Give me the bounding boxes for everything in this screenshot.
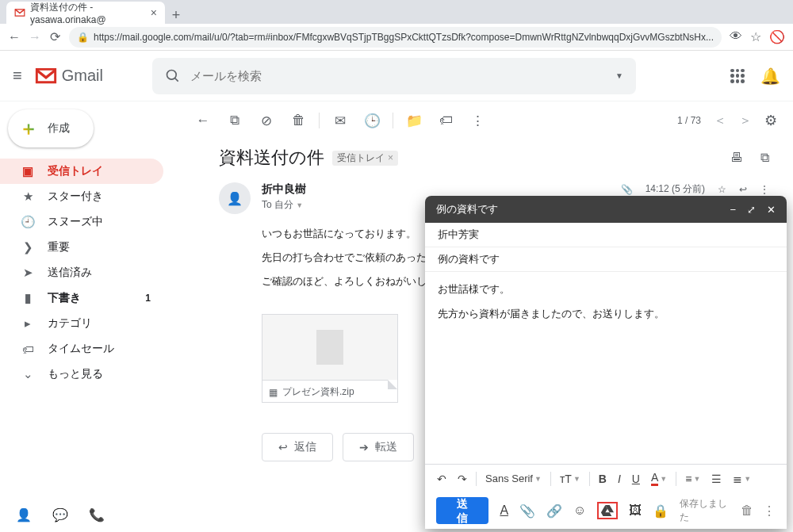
next-page-icon[interactable]: ＞ bbox=[739, 113, 752, 129]
star-icon[interactable]: ☆ bbox=[750, 29, 761, 44]
svg-point-0 bbox=[167, 70, 176, 79]
underline-icon[interactable]: U bbox=[628, 471, 644, 487]
sidebar-item-starred[interactable]: ★スター付き bbox=[0, 184, 163, 209]
search-input[interactable] bbox=[190, 69, 606, 82]
confidential-icon[interactable]: 🔒 bbox=[653, 503, 668, 519]
sidebar-item-more[interactable]: ⌄もっと見る bbox=[0, 362, 163, 387]
forward-button[interactable]: ➔転送 bbox=[343, 433, 414, 461]
reply-icon[interactable]: ↩ bbox=[739, 184, 747, 195]
contacts-icon[interactable]: 👤 bbox=[16, 507, 32, 522]
link-icon[interactable]: 🔗 bbox=[546, 503, 562, 519]
eye-icon[interactable]: 👁 bbox=[730, 29, 742, 44]
sidebar-item-inbox[interactable]: ▣受信トレイ bbox=[0, 159, 163, 184]
mark-unread-icon[interactable]: ✉ bbox=[324, 113, 356, 129]
compose-body[interactable]: お世話様です。 先方から資料が届きましたので、お送りします。 bbox=[425, 272, 787, 464]
back-button[interactable]: ← bbox=[8, 30, 21, 44]
compose-titlebar[interactable]: 例の資料です − ⤢ ✕ bbox=[425, 196, 787, 223]
compose-subject-field[interactable]: 例の資料です bbox=[425, 247, 787, 272]
attach-icon[interactable]: 📎 bbox=[519, 503, 535, 519]
insert-drive-icon[interactable] bbox=[597, 502, 618, 519]
prev-page-icon[interactable]: ＜ bbox=[714, 113, 726, 129]
svg-line-1 bbox=[174, 78, 178, 81]
compose-more-icon[interactable]: ⋮ bbox=[763, 503, 776, 519]
compose-label: 作成 bbox=[48, 121, 70, 136]
bold-icon[interactable]: B bbox=[595, 471, 611, 487]
notifications-icon[interactable]: 🔔 bbox=[760, 67, 780, 86]
reply-button[interactable]: ↩返信 bbox=[262, 433, 333, 461]
mail-subject: 資料送付の件 bbox=[219, 146, 324, 170]
star-icon: ★ bbox=[21, 189, 35, 204]
delete-icon[interactable]: 🗑 bbox=[282, 113, 314, 128]
sidebar-item-timesale[interactable]: 🏷タイムセール bbox=[0, 336, 163, 362]
format-toggle-icon[interactable]: A bbox=[500, 503, 508, 518]
text-color-icon[interactable]: A ▼ bbox=[647, 469, 671, 488]
send-button[interactable]: 送信 bbox=[436, 497, 488, 524]
more-icon[interactable]: ⋮ bbox=[462, 113, 493, 129]
sidebar-item-sent[interactable]: ➤送信済み bbox=[0, 260, 163, 285]
minimize-icon[interactable]: − bbox=[730, 204, 736, 216]
close-tab-icon[interactable]: × bbox=[151, 6, 157, 19]
redo-icon[interactable]: ↷ bbox=[454, 471, 471, 487]
main-menu-icon[interactable]: ≡ bbox=[13, 67, 22, 85]
compose-to-field[interactable]: 折中芳実 bbox=[425, 223, 787, 247]
text-size-icon[interactable]: тT ▼ bbox=[556, 471, 584, 487]
compose-button[interactable]: ＋ 作成 bbox=[8, 109, 94, 147]
phone-icon[interactable]: 📞 bbox=[89, 507, 105, 522]
new-tab-button[interactable]: + bbox=[165, 7, 187, 24]
important-icon: ❯ bbox=[21, 240, 35, 255]
reload-button[interactable]: ⟳ bbox=[49, 29, 61, 44]
archive-icon[interactable]: ⧉ bbox=[219, 113, 251, 128]
hangouts-icon[interactable]: 💬 bbox=[52, 507, 68, 522]
attachment-name: プレゼン資料.zip bbox=[282, 385, 354, 399]
tab-title: 資料送付の件 - yasawa.orinaka@ bbox=[30, 1, 146, 25]
italic-icon[interactable]: I bbox=[614, 471, 625, 487]
insert-photo-icon[interactable]: 🖼 bbox=[629, 503, 642, 518]
sidebar-item-snoozed[interactable]: 🕘スヌーズ中 bbox=[0, 209, 163, 235]
forward-button[interactable]: → bbox=[29, 30, 41, 44]
browser-tab[interactable]: 資料送付の件 - yasawa.orinaka@ × bbox=[6, 2, 165, 24]
sidebar-item-drafts[interactable]: ▮下書き1 bbox=[0, 285, 163, 311]
attachment-card[interactable]: ▦プレゼン資料.zip bbox=[262, 314, 398, 403]
search-icon[interactable] bbox=[165, 68, 181, 84]
blocker-icon[interactable]: 🚫 bbox=[769, 29, 785, 44]
back-arrow-icon[interactable]: ← bbox=[187, 113, 219, 128]
forward-arrow-icon: ➔ bbox=[359, 441, 369, 454]
emoji-icon[interactable]: ☺ bbox=[573, 503, 586, 518]
close-compose-icon[interactable]: ✕ bbox=[767, 204, 776, 216]
apps-grid-icon[interactable] bbox=[730, 69, 745, 83]
snooze-icon[interactable]: 🕒 bbox=[356, 113, 388, 129]
search-options-icon[interactable]: ▼ bbox=[615, 71, 623, 80]
sidebar-item-important[interactable]: ❯重要 bbox=[0, 235, 163, 260]
star-message-icon[interactable]: ☆ bbox=[718, 184, 726, 195]
discard-icon[interactable]: 🗑 bbox=[741, 503, 753, 518]
mail-time: 14:12 (5 分前) bbox=[646, 182, 705, 196]
undo-icon[interactable]: ↶ bbox=[433, 471, 450, 487]
sent-icon: ➤ bbox=[21, 266, 35, 280]
address-bar[interactable]: 🔒 https://mail.google.com/mail/u/0/?tab=… bbox=[69, 27, 722, 48]
settings-gear-icon[interactable]: ⚙ bbox=[764, 112, 777, 129]
avatar[interactable]: 👤 bbox=[219, 182, 251, 214]
more-message-icon[interactable]: ⋮ bbox=[760, 184, 769, 195]
font-picker[interactable]: Sans Serif ▼ bbox=[481, 471, 546, 486]
maximize-icon[interactable]: ⤢ bbox=[747, 204, 756, 216]
details-dropdown-icon[interactable]: ▼ bbox=[296, 201, 303, 209]
sidebar-item-categories[interactable]: ▸カテゴリ bbox=[0, 311, 163, 336]
popout-icon[interactable]: ⧉ bbox=[760, 151, 769, 165]
chip-remove-icon[interactable]: × bbox=[388, 152, 393, 163]
spam-icon[interactable]: ⊘ bbox=[251, 113, 282, 129]
numbered-list-icon[interactable]: ☰ bbox=[707, 471, 726, 487]
bullet-list-icon[interactable]: ≣ ▼ bbox=[729, 471, 755, 487]
labels-icon[interactable]: 🏷 bbox=[430, 113, 462, 128]
lock-icon: 🔒 bbox=[77, 32, 89, 43]
to-line[interactable]: To 自分 ▼ bbox=[262, 198, 306, 212]
print-icon[interactable]: 🖶 bbox=[730, 151, 743, 165]
gmail-logo[interactable]: Gmail bbox=[35, 67, 103, 85]
move-icon[interactable]: 📁 bbox=[398, 113, 430, 129]
compose-window: 例の資料です − ⤢ ✕ 折中芳実 例の資料です お世話様です。 先方から資料が… bbox=[425, 196, 787, 529]
align-icon[interactable]: ≡ ▼ bbox=[681, 471, 704, 487]
plus-icon: ＋ bbox=[19, 116, 38, 141]
chevron-down-icon: ⌄ bbox=[21, 367, 35, 381]
label-icon: 🏷 bbox=[21, 343, 35, 356]
search-box[interactable]: ▼ bbox=[152, 58, 636, 94]
label-chip[interactable]: 受信トレイ× bbox=[332, 151, 398, 166]
